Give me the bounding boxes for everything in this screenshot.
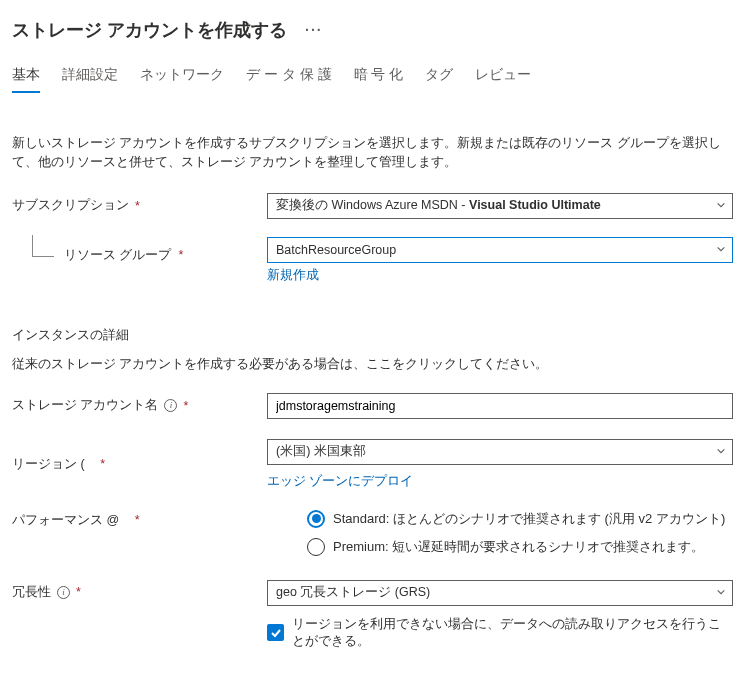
check-icon	[270, 627, 282, 639]
resource-group-dropdown[interactable]: BatchResourceGroup	[267, 237, 733, 263]
intro-text: 新しいストレージ アカウントを作成するサブスクリプションを選択します。新規または…	[12, 134, 733, 173]
redundancy-dropdown[interactable]: geo 冗長ストレージ (GRS)	[267, 580, 733, 606]
tab-network[interactable]: ネットワーク	[140, 66, 224, 92]
performance-radio-premium[interactable]: Premium: 短い遅延時間が要求されるシナリオで推奨されます。	[307, 538, 733, 556]
radio-selected-icon	[307, 510, 325, 528]
account-name-input-wrapper	[267, 393, 733, 419]
tab-bar: 基本 詳細設定 ネットワーク デ ー タ 保 護 暗 号 化 タグ レビュー	[12, 66, 733, 92]
tab-tags[interactable]: タグ	[425, 66, 453, 92]
subscription-dropdown[interactable]: 変換後の Windows Azure MSDN - Visual Studio …	[267, 193, 733, 219]
performance-radio-standard[interactable]: Standard: ほとんどのシナリオで推奨されます (汎用 v2 アカウント)	[307, 510, 733, 528]
performance-label: パフォーマンス @ *	[12, 510, 267, 529]
chevron-down-icon	[716, 586, 726, 600]
required-marker: *	[135, 199, 140, 213]
info-icon[interactable]: i	[164, 399, 177, 412]
required-marker: *	[100, 457, 105, 471]
tab-data-protection[interactable]: デ ー タ 保 護	[246, 66, 332, 92]
chevron-down-icon	[716, 199, 726, 213]
edge-zone-deploy-link[interactable]: エッジ ゾーンにデプロイ	[267, 474, 413, 488]
tree-branch-line	[32, 235, 54, 257]
required-marker: *	[183, 399, 188, 413]
required-marker: *	[76, 585, 81, 599]
info-icon[interactable]: i	[57, 586, 70, 599]
more-actions-icon[interactable]: ···	[305, 22, 323, 38]
radio-unselected-icon	[307, 538, 325, 556]
account-name-input[interactable]	[276, 394, 710, 418]
tab-review[interactable]: レビュー	[475, 66, 531, 92]
instance-details-heading: インスタンスの詳細	[12, 326, 733, 344]
region-label: リージョン ( *	[12, 456, 267, 473]
required-marker: *	[178, 248, 183, 262]
chevron-down-icon	[716, 445, 726, 459]
redundancy-label: 冗長性 i *	[12, 580, 267, 601]
create-new-resource-group-link[interactable]: 新規作成	[267, 268, 319, 282]
subscription-label: サブスクリプション*	[12, 197, 267, 214]
account-name-label: ストレージ アカウント名 i *	[12, 397, 267, 414]
tab-encryption[interactable]: 暗 号 化	[354, 66, 404, 92]
page-title: ストレージ アカウントを作成する	[12, 18, 287, 42]
required-marker: *	[135, 513, 140, 527]
region-dropdown[interactable]: (米国) 米国東部	[267, 439, 733, 465]
read-access-checkbox-label: リージョンを利用できない場合に、データへの読み取りアクセスを行うことができる。	[292, 616, 733, 650]
tab-basic[interactable]: 基本	[12, 66, 40, 92]
chevron-down-icon	[716, 243, 726, 257]
read-access-checkbox[interactable]	[267, 624, 284, 641]
instance-details-subtext: 従来のストレージ アカウントを作成する必要がある場合は、ここをクリックしてくださ…	[12, 356, 733, 373]
tab-advanced[interactable]: 詳細設定	[62, 66, 118, 92]
